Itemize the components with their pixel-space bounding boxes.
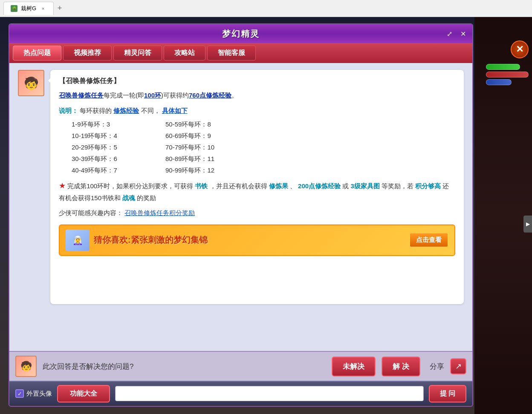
training-fruit-link[interactable]: 修炼果 xyxy=(269,182,288,190)
exp-cell-4-left: 40-49环每环：7 xyxy=(72,164,144,176)
dialog-minimize-button[interactable]: ⤢ xyxy=(444,29,454,39)
bottom-question-bar: 🧒 此次回答是否解决您的问题? 未解决 解 决 分享 ↗ xyxy=(9,351,472,381)
tab-video-recommend[interactable]: 视频推荐 xyxy=(63,46,112,60)
tab-hot-topics[interactable]: 热点问题 xyxy=(13,46,61,60)
question-text: 此次回答是否解决您的问题? xyxy=(43,362,326,371)
close-icon: ✕ xyxy=(516,44,523,55)
note-section: 说明： 每环获得的 修炼经验 不同， 具体如下 xyxy=(59,105,455,116)
exp-cell-1-left: 10-19环每环：4 xyxy=(72,130,144,141)
exp-cell-2-right: 70-79环每环：10 xyxy=(165,141,238,153)
tab-sprite-qa[interactable]: 精灵问答 xyxy=(113,46,162,60)
right-close-button[interactable]: ✕ xyxy=(511,40,529,58)
browser-titlebar: 🌳 栽树G × + xyxy=(0,0,532,17)
dialog-close-button[interactable]: ✕ xyxy=(458,29,468,39)
note-label: 说明： xyxy=(59,107,78,114)
right-panel: ✕ ▶ 梦 🧝 xyxy=(474,17,532,414)
intro-text1: 每完成一轮(即 xyxy=(104,92,144,99)
resolved-button[interactable]: 解 决 xyxy=(382,356,420,377)
exp-row-3: 30-39环每环：6 80-89环每环：11 xyxy=(72,153,455,164)
dialog-controls: ⤢ ✕ xyxy=(444,29,468,39)
detail-link[interactable]: 具体如下 xyxy=(162,107,188,114)
avatar-checkbox-area[interactable]: ✓ 外置头像 xyxy=(15,389,52,398)
bonus-text4: 等奖励，若 xyxy=(382,182,413,190)
message-bubble: 【召唤兽修炼任务】 召唤兽修炼任务每完成一轮(即100环)可获得约760点修炼经… xyxy=(50,70,464,304)
dialog-title: 梦幻精灵 xyxy=(222,28,260,40)
100-rings-link[interactable]: 100环 xyxy=(144,92,161,99)
banner-click-button[interactable]: 点击查看 xyxy=(409,233,448,247)
bonus-section: ★ 完成第100环时，如果积分达到要求，可获得 书铁 ，并且还有机会获得 修炼果… xyxy=(59,179,455,203)
760-exp-text: 760点修炼经验 xyxy=(189,92,231,99)
exp-cell-3-left: 30-39环每环：6 xyxy=(72,153,144,164)
tab-favicon: 🌳 xyxy=(11,5,17,12)
avatar: 🧒 xyxy=(18,70,44,96)
tab-close-button[interactable]: × xyxy=(40,5,46,12)
exp-bar xyxy=(486,72,529,78)
exp-cell-0-right: 50-59环每环：8 xyxy=(165,118,238,130)
exp-cell-2-left: 20-29环每环：5 xyxy=(72,141,144,153)
mp-bar xyxy=(486,79,512,85)
avatar-checkbox[interactable]: ✓ xyxy=(15,389,24,398)
share-button[interactable]: ↗ xyxy=(450,358,466,374)
intro-text3: 。 xyxy=(231,92,238,99)
promo-banner[interactable]: 🧝‍♀️ 猜你喜欢:紧张刺激的梦幻集锦 点击查看 xyxy=(59,224,455,256)
training-exp-link[interactable]: 修炼经验 xyxy=(113,107,139,114)
exp-cell-1-right: 60-69环每环：9 xyxy=(165,130,238,141)
summon-training-link1[interactable]: 召唤兽修炼任务 xyxy=(59,92,104,99)
message-intro: 召唤兽修炼任务每完成一轮(即100环)可获得约760点修炼经验。 xyxy=(59,90,455,101)
star-icon: ★ xyxy=(59,181,66,190)
note-text1: 每环获得的 xyxy=(80,107,112,114)
ask-question-button[interactable]: 提 问 xyxy=(429,385,466,402)
tab-strategy[interactable]: 攻略站 xyxy=(164,46,205,60)
intro-text2: )可获得约 xyxy=(161,92,189,99)
200-exp-link[interactable]: 200点修炼经验 xyxy=(298,182,341,190)
exp-row-2: 20-29环每环：5 70-79环每环：10 xyxy=(72,141,455,153)
exp-row-1: 10-19环每环：4 60-69环每环：9 xyxy=(72,130,455,141)
note-text2: 不同， xyxy=(141,107,160,114)
exp-row-4: 40-49环每环：7 90-99环每环：12 xyxy=(72,164,455,176)
exp-cell-0-left: 1-9环每环：3 xyxy=(72,118,144,130)
exp-row-0: 1-9环每环：3 50-59环每环：8 xyxy=(72,118,455,130)
banner-text: 猜你喜欢:紧张刺激的梦幻集锦 xyxy=(94,234,405,246)
exp-table: 1-9环每环：3 50-59环每环：8 10-19环每环：4 60-69环每环：… xyxy=(72,118,455,176)
function-all-button[interactable]: 功能大全 xyxy=(57,385,110,402)
high-score-link[interactable]: 积分够高 xyxy=(415,182,441,190)
message-title: 【召唤兽修炼任务】 xyxy=(59,77,455,86)
bonus-text1: 完成第100环时，如果积分达到要求，可获得 xyxy=(67,182,193,190)
share-icon: ↗ xyxy=(455,362,462,371)
shutie-link[interactable]: 书铁 xyxy=(195,182,208,190)
status-bars xyxy=(486,64,529,85)
battle-soul-link[interactable]: 战魂 xyxy=(122,194,135,201)
share-label: 分享 xyxy=(430,362,444,371)
bonus-text6: 的奖励 xyxy=(137,194,156,201)
avatar-label: 外置头像 xyxy=(26,390,52,398)
unresolved-button[interactable]: 未解决 xyxy=(332,356,376,377)
content-wrapper: 🧒 【召唤兽修炼任务】 召唤兽修炼任务每完成一轮(即100环)可获得约760点修… xyxy=(9,63,472,311)
browser-tab[interactable]: 🌳 栽树G × xyxy=(3,2,54,15)
new-tab-button[interactable]: + xyxy=(54,3,66,14)
bonus-sep1: 、 xyxy=(290,182,296,190)
bonus-text2: ，并且还有机会获得 xyxy=(210,182,267,190)
health-bar xyxy=(486,64,520,70)
dialog-toolbar: ✓ 外置头像 功能大全 提 问 xyxy=(9,381,472,405)
bottom-avatar: 🧒 xyxy=(15,356,37,377)
interest-section: 少侠可能感兴趣内容： 召唤兽修炼任务积分奖励 xyxy=(59,207,455,218)
dialog-content: 🧒 【召唤兽修炼任务】 召唤兽修炼任务每完成一轮(即100环)可获得约760点修… xyxy=(9,63,472,351)
interest-link[interactable]: 召唤兽修炼任务积分奖励 xyxy=(124,209,195,216)
bonus-text3: 或 xyxy=(342,182,349,190)
furniture-link[interactable]: 3级家具图 xyxy=(350,182,379,190)
banner-character: 🧝‍♀️ xyxy=(66,230,90,251)
avatar-section: 🧒 xyxy=(18,70,44,304)
exp-cell-4-right: 90-99环每环：12 xyxy=(165,164,238,176)
question-input[interactable] xyxy=(115,386,424,401)
tab-smart-service[interactable]: 智能客服 xyxy=(207,46,256,60)
interest-text: 少侠可能感兴趣内容： xyxy=(59,209,123,216)
dialog-tabs: 热点问题 视频推荐 精灵问答 攻略站 智能客服 xyxy=(9,43,472,63)
right-arrow-button[interactable]: ▶ xyxy=(523,216,532,233)
exp-cell-3-right: 80-89环每环：11 xyxy=(165,153,238,164)
tab-label: 栽树G xyxy=(21,5,36,12)
dialog-titlebar: 梦幻精灵 ⤢ ✕ xyxy=(9,24,472,43)
dialog-window: 梦幻精灵 ⤢ ✕ 热点问题 视频推荐 精灵问答 攻略站 智能客服 🧒 【召唤兽修… xyxy=(9,23,473,407)
